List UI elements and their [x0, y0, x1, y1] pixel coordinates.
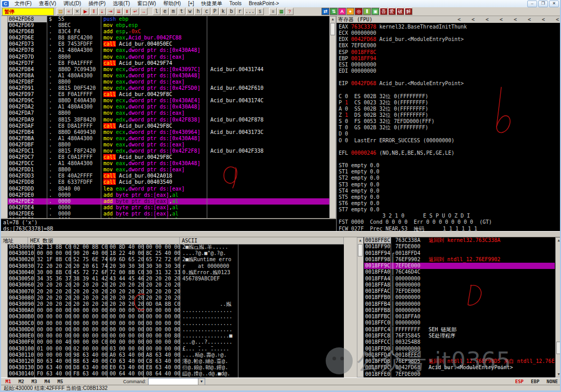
stack-row[interactable]: 0018FFD0│00000000 [364, 346, 555, 352]
scroll-thumb[interactable] [556, 342, 561, 354]
pause-icon[interactable]: ‖ [90, 8, 98, 15]
stack-row[interactable]: 0018FFBC│0018FFA0 [364, 314, 555, 320]
register-line[interactable]: 3 2 1 0 E S P U O Z D I [339, 213, 561, 219]
disasm-row[interactable]: 0042FDBA. A1 480A4300mov eax,dword ptr d… [8, 136, 329, 142]
register-line[interactable]: S 0 FS 0053 32位 7EFDD000(FFF) [339, 118, 561, 125]
maximize-button[interactable]: ❐ [538, 1, 548, 7]
window-button-w[interactable]: w [186, 8, 194, 15]
stack-row[interactable]: 0018FFD876EF98D5返回到 ntdll_12.76EF98D5 来自… [364, 358, 555, 364]
plugin-button-解[interactable]: 解 [405, 8, 412, 15]
stack-row[interactable]: 0018FFC8│76F35845SE处理程序 [364, 333, 555, 339]
register-line[interactable]: D 0 [339, 131, 561, 137]
stack-right-scrollbar[interactable]: ▲ ▼ [555, 237, 561, 377]
disasm-row[interactable]: 0042FD91. 8B15 D0F5420mov edx,dword ptr … [8, 85, 329, 91]
register-line[interactable]: EAX 763C3378 kernel32.BaseThreadInitThun… [339, 24, 561, 30]
disasm-row[interactable]: 0042FDCC. A1 480A4300mov eax,dword ptr d… [8, 160, 329, 167]
disasm-row[interactable]: 0042FDD8. E8 6337FDFFcall Acid_bur.00403… [8, 179, 329, 185]
window-button-c[interactable]: c [203, 8, 210, 15]
mark-button-m1[interactable]: M1 [3, 379, 14, 385]
stack-row[interactable]: 0018FF8C763C338A返回到 kernel32.763C338A [364, 237, 555, 244]
register-line[interactable]: Z 1 DS 002B 32位 0(FFFFFFFF) [339, 112, 561, 118]
pane-title-mark[interactable]: < [528, 16, 531, 23]
menu-item[interactable]: [+] [184, 0, 197, 7]
register-line[interactable]: EIP 0042FD68 Acid_bur.<ModuleEntryPoint> [339, 80, 561, 87]
plugin-button-吾[interactable]: 吾 [380, 8, 388, 15]
disasm-row[interactable]: 0042FD6B. 83C4 F4add esp,-0xC [8, 29, 329, 35]
assembler-icon[interactable]: A [338, 8, 346, 15]
menu-item[interactable]: 文件(F) [11, 0, 35, 7]
window-button-P[interactable]: P [211, 8, 219, 15]
menu-item[interactable]: 帮助(H) [159, 0, 184, 7]
disasm-scrollbar[interactable]: ▲ [329, 16, 336, 231]
run-icon[interactable]: ▶ [82, 8, 89, 15]
stack-row[interactable]: 0018FFB4│00000000 [364, 301, 555, 307]
plugin-button-爱[interactable]: 爱 [388, 8, 396, 15]
dump-row[interactable]: 00430120B0 63 40 00B8 63 40 00C0 63 40 0… [8, 358, 344, 364]
pane-title-mark[interactable]: < [556, 16, 559, 23]
disasm-row[interactable]: 0042FD7F. E8 F0A1FFFFcall Acid_bur.00429… [8, 60, 329, 66]
dump-row[interactable]: 0043001000 00 00 0090 20 40 0018 22 40 0… [8, 250, 344, 256]
register-line[interactable] [339, 87, 561, 93]
dump-row[interactable]: 004300B000 00 00 0000 00 00 0000 00 00 0… [8, 314, 344, 320]
disasm-row[interactable]: 0042FDC1. 8B15 F8F2420mov edx,dword ptr … [8, 148, 329, 154]
register-line[interactable]: ST7 empty 0.0 [339, 207, 561, 213]
disasm-row[interactable]: 0042FD7D. 8B00mov eax,dword ptr ds:[eax] [8, 54, 329, 60]
disasm-row[interactable]: 0042FDB4. 8B0D 6409430mov ecx,dword ptr … [8, 129, 329, 136]
dump-row[interactable]: 004300C000 00 00 0000 00 00 0000 00 00 0… [8, 320, 344, 327]
stack-pane[interactable]: ▲ 0018FF8C763C338A返回到 kernel32.763C338A0… [357, 237, 561, 377]
scroll-thumb[interactable] [330, 23, 335, 35]
scroll-down-icon[interactable]: ▼ [556, 372, 561, 377]
animate-over-icon[interactable]: ⇟ [123, 8, 131, 15]
dump-row[interactable]: 00430140F0 63 40 00F8 63 40 0000 64 40 0… [8, 371, 344, 377]
scroll-up-icon[interactable]: ▲ [357, 238, 363, 243]
sync-icon[interactable]: ⇄ [322, 8, 329, 15]
pane-title-mark[interactable]: < [500, 16, 503, 23]
dump-row[interactable]: 0043005034 35 36 3738 39 41 4243 44 45 4… [8, 276, 344, 282]
register-line[interactable]: ST6 empty 0.0 [339, 200, 561, 207]
animate-into-icon[interactable]: ⇊ [115, 8, 123, 15]
stack-row[interactable]: 0018FF98│76EF9902返回到 ntdll_12.76EF9902 [364, 256, 555, 263]
register-line[interactable]: ST5 empty 0.0 [339, 194, 561, 200]
dump-row[interactable]: 0043002032 1F 8B C052 75 6E 7469 6D 65 2… [8, 256, 344, 263]
help-icon[interactable]: ? [286, 8, 293, 15]
window-button-e[interactable]: e [161, 8, 169, 15]
register-line[interactable]: ST1 empty 0.0 [339, 169, 561, 175]
mark-button-m4[interactable]: M4 [42, 379, 53, 385]
stack-row[interactable]: 0018FFA0│76C46D4C [364, 269, 555, 275]
list-icon[interactable]: ≡ [269, 8, 277, 15]
register-line[interactable]: ESP 0018FF8C [339, 49, 561, 56]
disasm-row[interactable]: 0042FD8F. 8B00mov eax,dword ptr ds:[eax] [8, 79, 329, 85]
target-icon[interactable]: ◎ [355, 8, 363, 15]
disasm-row[interactable]: 0042FD68$ 55push ebp [8, 16, 329, 22]
register-line[interactable]: ST4 empty 0.0 [339, 188, 561, 194]
disasm-row[interactable]: 0042FDA2. A1 480A4300mov eax,dword ptr d… [8, 104, 329, 110]
disasm-row[interactable]: 0042FDC7. E8 C0A1FFFFcall Acid_bur.00429… [8, 154, 329, 160]
dump-row[interactable]: 004300D000 00 00 0000 00 00 0000 00 00 0… [8, 327, 344, 333]
register-line[interactable]: ST3 empty 0.0 [339, 182, 561, 188]
register-line[interactable]: C 0 ES 002B 32位 0(FFFFFFFF) [339, 93, 561, 100]
mark-button-m2[interactable]: M2 [16, 379, 27, 385]
dump-row[interactable]: 0043007020 20 20 2020 20 20 2020 20 20 2… [8, 289, 344, 295]
scroll-up-icon[interactable]: ▲ [556, 238, 561, 243]
stack-row[interactable]: 0018FF907EFDE000 [364, 244, 555, 250]
dump-row[interactable]: 004300F000 00 00 4000 00 00 C000 00 00 0… [8, 339, 344, 345]
dump-row[interactable]: 0043011000 00 00 0098 63 40 00A0 63 40 0… [8, 352, 344, 358]
disasm-row[interactable]: 0042FDD1. 8B00mov eax,dword ptr ds:[eax] [8, 167, 329, 173]
disasm-row[interactable]: 0042FD73. E8 7453FDFFcall Acid_bur.00405… [8, 41, 329, 47]
disasm-row[interactable]: 0042FD78. A1 480A4300mov eax,dword ptr d… [8, 47, 329, 53]
stack-row[interactable]: 0018FFE07EFDE000 [364, 371, 555, 377]
dump-row[interactable]: 0043010001 00 00 0002 00 00 0003 00 00 0… [8, 346, 344, 352]
window-button-t[interactable]: t [178, 8, 185, 15]
stack-row[interactable]: 0018FFC4│FFFFFFFFSEH 链尾部 [364, 327, 555, 333]
menu-item[interactable]: 查看(V) [35, 0, 60, 7]
disasm-row[interactable]: 0042FD84. 8B0D 7C09430mov ecx,dword ptr … [8, 66, 329, 73]
follow-icon[interactable]: ⇅ [330, 8, 338, 15]
menu-item[interactable]: 快捷菜单 [198, 0, 226, 7]
register-line[interactable]: EBP 0018FF94 [339, 56, 561, 62]
plugin-button-破[interactable]: 破 [396, 8, 404, 15]
disasm-row[interactable]: 0042FD69. 8BECmov ebp,esp [8, 22, 329, 29]
pane-title-mark[interactable]: < [514, 16, 517, 23]
stack-row[interactable]: 0018FFCC│003254B8 [364, 339, 555, 345]
close-program-icon[interactable]: ✕ [73, 8, 81, 15]
minimize-button[interactable]: – [527, 1, 537, 7]
